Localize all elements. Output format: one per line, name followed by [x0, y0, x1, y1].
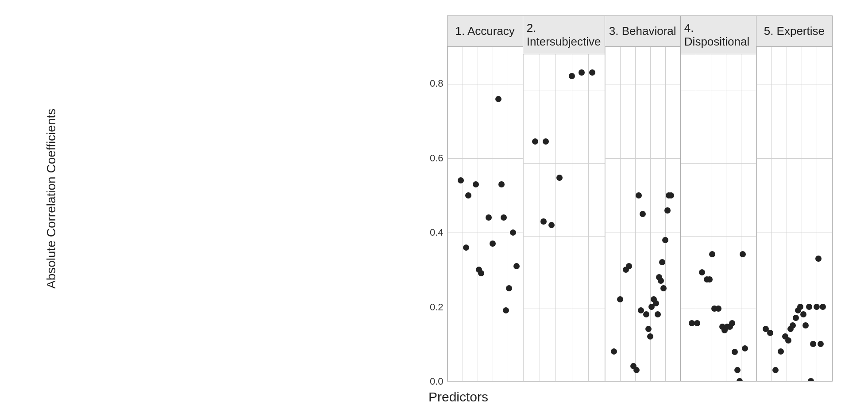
- v-grid-line: [696, 54, 696, 381]
- h-grid-line: [448, 84, 523, 84]
- data-dot: [486, 214, 492, 221]
- panel-body-dispositional: [681, 54, 756, 381]
- h-grid-line: [605, 158, 680, 159]
- v-grid-line: [556, 54, 556, 381]
- data-dot: [490, 241, 496, 247]
- v-grid-line: [478, 47, 478, 381]
- h-grid-line: [605, 307, 680, 307]
- data-dot: [734, 367, 741, 373]
- y-axis-label: Absolute Correlation Coefficients: [36, 15, 62, 382]
- v-grid-line: [787, 47, 787, 381]
- h-grid-line: [605, 233, 680, 233]
- data-dot: [729, 320, 735, 326]
- data-dot: [532, 138, 538, 145]
- v-grid-line: [572, 54, 572, 381]
- data-dot: [785, 337, 791, 344]
- panel-body-expertise: [756, 47, 832, 381]
- data-dot: [476, 267, 482, 273]
- data-dot: [498, 181, 505, 187]
- data-dot: [658, 278, 664, 284]
- data-dot: [815, 256, 822, 262]
- y-tick-label: 0.8: [430, 78, 444, 89]
- panels-container: 1. Accuracy2. Intersubjective3. Behavior…: [447, 15, 833, 382]
- data-dot: [772, 367, 779, 373]
- data-dot: [617, 296, 623, 302]
- data-dot: [802, 322, 809, 328]
- data-dot: [790, 322, 796, 328]
- panel-intersubjective: 2. Intersubjective: [523, 16, 605, 381]
- h-grid-line: [681, 91, 756, 91]
- data-dot: [643, 311, 649, 317]
- data-dot: [473, 181, 479, 187]
- grid-lines: [681, 54, 756, 381]
- data-dot: [694, 320, 700, 326]
- v-grid-line: [681, 54, 681, 381]
- panel-header-behavioral: 3. Behavioral: [605, 16, 680, 47]
- panel-header-dispositional: 4. Dispositional: [681, 16, 756, 54]
- data-dot: [506, 285, 512, 291]
- x-axis-label: Predictors: [85, 382, 833, 405]
- y-tick-label: 0.6: [430, 153, 444, 164]
- panel-expertise: 5. Expertise: [756, 16, 832, 381]
- data-dot: [814, 304, 820, 310]
- data-dot: [706, 276, 713, 283]
- data-dot: [501, 214, 507, 221]
- h-grid-line: [523, 163, 605, 164]
- data-dot: [740, 251, 746, 257]
- data-dot: [737, 378, 743, 381]
- data-dot: [626, 263, 632, 269]
- v-grid-line: [508, 47, 508, 381]
- v-grid-line: [756, 47, 757, 381]
- v-grid-line: [620, 47, 621, 381]
- y-ticks-wrapper: 0.80.60.40.20.0: [62, 46, 447, 382]
- data-dot: [742, 345, 748, 351]
- data-dot: [810, 341, 816, 347]
- h-grid-line: [756, 84, 832, 84]
- v-grid-line: [493, 47, 493, 381]
- data-dot: [715, 305, 721, 312]
- data-dot: [543, 138, 549, 145]
- h-grid-line: [756, 158, 832, 159]
- h-grid-line: [605, 84, 680, 84]
- data-dot: [463, 244, 469, 251]
- data-dot: [660, 285, 667, 291]
- data-dot: [709, 251, 715, 257]
- v-grid-line: [817, 47, 817, 381]
- v-grid-line: [588, 54, 589, 381]
- h-grid-line: [523, 91, 605, 91]
- data-dot: [699, 269, 705, 275]
- data-dot: [640, 211, 646, 217]
- data-dot: [540, 218, 547, 225]
- v-grid-line: [523, 54, 524, 381]
- data-dot: [633, 367, 640, 373]
- panel-accuracy: 1. Accuracy: [448, 16, 523, 381]
- v-grid-line: [741, 54, 741, 381]
- v-grid-line: [802, 47, 802, 381]
- data-dot: [510, 229, 516, 236]
- data-dot: [503, 307, 509, 313]
- data-dot: [662, 237, 668, 243]
- data-dot: [732, 349, 738, 355]
- data-dot: [659, 259, 665, 265]
- data-dot: [653, 300, 659, 306]
- data-dot: [808, 378, 814, 381]
- chart-container: Absolute Correlation Coefficients 0.80.6…: [36, 15, 833, 405]
- data-dot: [556, 175, 563, 181]
- data-dot: [548, 222, 555, 228]
- data-dot: [664, 207, 671, 214]
- y-tick-label: 0.4: [430, 227, 444, 238]
- v-grid-line: [605, 47, 606, 381]
- y-tick-label: 0.0: [430, 376, 444, 387]
- data-dot: [818, 341, 824, 347]
- data-dot: [495, 96, 502, 102]
- grid-lines: [448, 47, 523, 381]
- data-dot: [806, 304, 812, 310]
- data-dot: [797, 304, 803, 310]
- panel-dispositional: 4. Dispositional: [681, 16, 756, 381]
- y-tick-label: 0.2: [430, 302, 444, 313]
- data-dot: [767, 330, 773, 336]
- v-grid-line: [635, 47, 636, 381]
- data-dot: [579, 69, 585, 76]
- h-grid-line: [681, 163, 756, 164]
- h-grid-line: [448, 158, 523, 159]
